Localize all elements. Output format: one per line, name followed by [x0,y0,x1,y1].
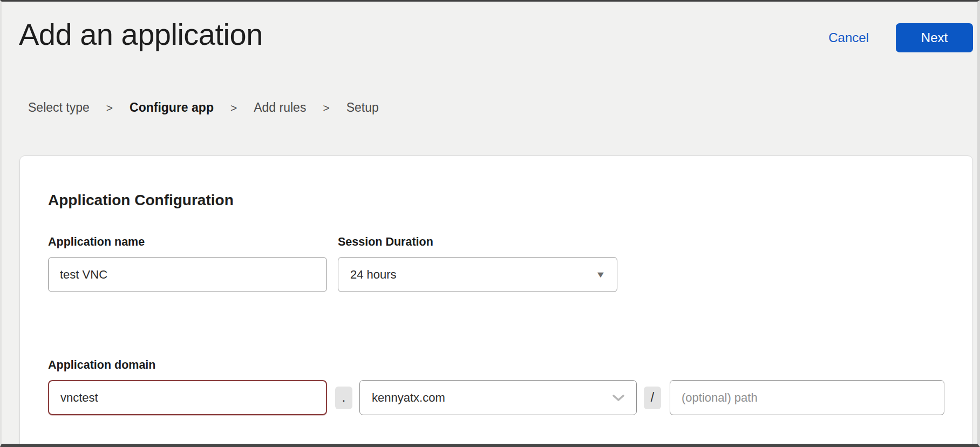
path-input[interactable] [670,380,944,415]
dot-separator: . [335,387,352,409]
name-session-row: Application name Session Duration 24 hou… [48,235,944,292]
session-duration-value: 24 hours [350,268,596,282]
domain-select[interactable]: kennyatx.com [359,380,637,415]
breadcrumb-step-select-type[interactable]: Select type [28,100,90,115]
application-name-label: Application name [48,235,327,248]
breadcrumb-separator-icon: > [106,101,113,114]
session-duration-select[interactable]: 24 hours ▼ [338,257,617,292]
subdomain-input[interactable] [48,380,327,415]
section-title: Application Configuration [48,192,944,209]
page-title: Add an application [19,19,263,50]
caret-down-icon: ▼ [595,270,606,279]
slash-separator: / [644,387,661,409]
domain-select-value: kennyatx.com [372,391,612,405]
session-duration-field-group: Session Duration 24 hours ▼ [338,235,617,292]
header-actions: Cancel Next [828,23,973,52]
application-configuration-card: Application Configuration Application na… [19,155,973,447]
subdomain-field-wrap [48,380,327,415]
session-duration-label: Session Duration [338,235,617,248]
cancel-button[interactable]: Cancel [828,30,869,45]
application-name-input[interactable] [48,257,327,292]
breadcrumb-separator-icon: > [230,101,237,114]
application-name-field-group: Application name [48,235,327,292]
breadcrumb-step-setup[interactable]: Setup [346,100,379,115]
next-button[interactable]: Next [896,23,973,52]
breadcrumb-step-add-rules[interactable]: Add rules [254,100,306,115]
path-field-wrap [670,380,944,415]
application-domain-section: Application domain . kennyatx.com / [48,358,944,415]
application-domain-row: . kennyatx.com / [48,380,944,415]
application-domain-label: Application domain [48,358,944,371]
breadcrumb-separator-icon: > [323,101,329,114]
chevron-down-icon [612,394,624,402]
add-application-page: Add an application Cancel Next Select ty… [0,0,980,447]
breadcrumb: Select type > Configure app > Add rules … [28,100,379,115]
breadcrumb-step-configure-app[interactable]: Configure app [130,100,214,115]
